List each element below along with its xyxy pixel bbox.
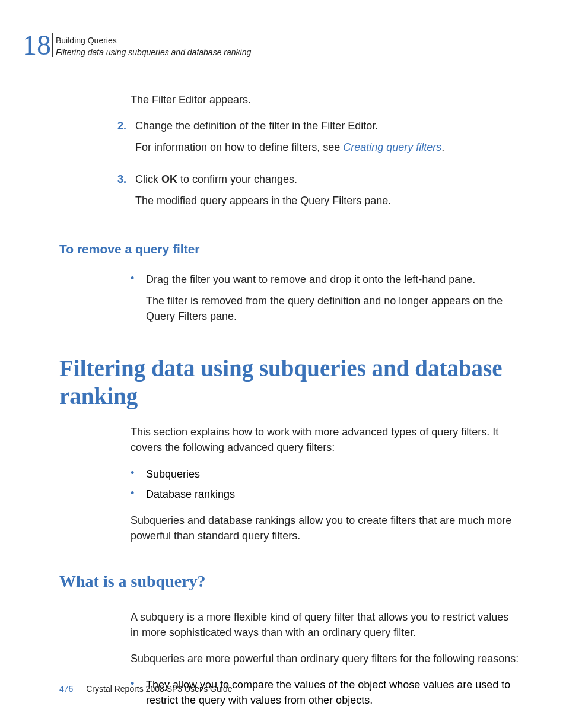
subquery-heading: What is a subquery? — [59, 570, 520, 594]
note-prefix: For information on how to define filters… — [135, 141, 343, 153]
step-2: 2. Change the definition of the filter i… — [117, 118, 520, 161]
chapter-number: 18 — [23, 33, 51, 58]
subquery-para2: Subqueries are more powerful than ordina… — [131, 651, 520, 666]
header-text-block: Building Queries Filtering data using su… — [56, 33, 251, 59]
remove-filter-bullet: • Drag the filter you want to remove and… — [131, 272, 520, 330]
header-divider — [52, 33, 53, 57]
header-chapter-title: Building Queries — [56, 34, 251, 46]
page-content: The Filter Editor appears. 2. Change the… — [0, 59, 566, 708]
main-heading: Filtering data using subqueries and data… — [59, 355, 520, 411]
bullet-result: The filter is removed from the query def… — [146, 293, 520, 324]
step-text: Click OK to confirm your changes. — [135, 171, 520, 187]
intro-bullet-subqueries: • Subqueries — [131, 466, 520, 482]
step-note: For information on how to define filters… — [135, 139, 520, 155]
bullet-icon: • — [131, 466, 146, 482]
header-section-title: Filtering data using subqueries and data… — [56, 46, 251, 58]
text-suffix: to confirm your changes. — [177, 173, 297, 185]
note-suffix: . — [441, 141, 444, 153]
continuation-text: The Filter Editor appears. — [131, 92, 520, 107]
step-number: 2. — [117, 118, 132, 161]
step-text: Change the definition of the filter in t… — [135, 118, 520, 133]
bullet-icon: • — [131, 272, 146, 330]
step-3: 3. Click OK to confirm your changes. The… — [117, 171, 520, 214]
remove-query-filter-heading: To remove a query filter — [59, 240, 520, 258]
intro-bullet-rankings: • Database rankings — [131, 487, 520, 502]
bullet-body: Drag the filter you want to remove and d… — [146, 272, 520, 330]
bullet-icon: • — [131, 487, 146, 502]
step-body: Change the definition of the filter in t… — [135, 118, 520, 161]
ok-label: OK — [161, 173, 177, 185]
page-number: 476 — [59, 684, 73, 694]
step-result: The modified query appears in the Query … — [135, 193, 520, 208]
main-intro: This section explains how to work with m… — [131, 424, 520, 455]
page-header: 18 Building Queries Filtering data using… — [0, 0, 566, 59]
page-footer: 476 Crystal Reports 2008 SP3 User's Guid… — [59, 683, 232, 695]
bullet-text: Database rankings — [146, 487, 235, 502]
step-number: 3. — [117, 171, 132, 214]
text-prefix: Click — [135, 173, 161, 185]
main-outro: Subqueries and database rankings allow y… — [131, 513, 520, 543]
subquery-para1: A subquery is a more flexible kind of qu… — [131, 609, 520, 640]
bullet-text: Drag the filter you want to remove and d… — [146, 272, 520, 287]
bullet-text: Subqueries — [146, 466, 200, 482]
footer-title: Crystal Reports 2008 SP3 User's Guide — [86, 684, 232, 694]
step-body: Click OK to confirm your changes. The mo… — [135, 171, 520, 214]
creating-query-filters-link[interactable]: Creating query filters — [343, 141, 441, 153]
